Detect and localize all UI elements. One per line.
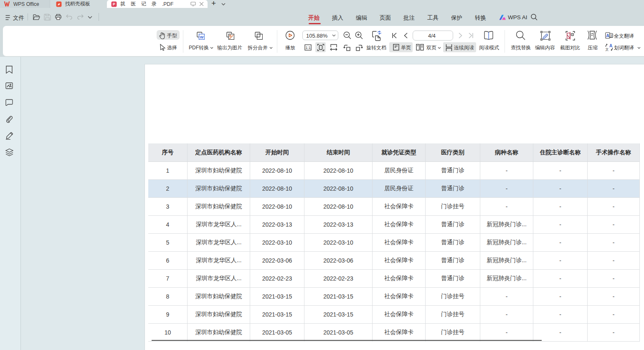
svg-text:A: A <box>609 43 612 48</box>
svg-text:W: W <box>200 35 204 39</box>
svg-text:P: P <box>113 2 115 6</box>
svg-text:文: 文 <box>609 34 613 38</box>
svg-text:1:1: 1:1 <box>306 46 311 50</box>
svg-text:文: 文 <box>606 48 609 51</box>
svg-text:A: A <box>606 33 609 38</box>
